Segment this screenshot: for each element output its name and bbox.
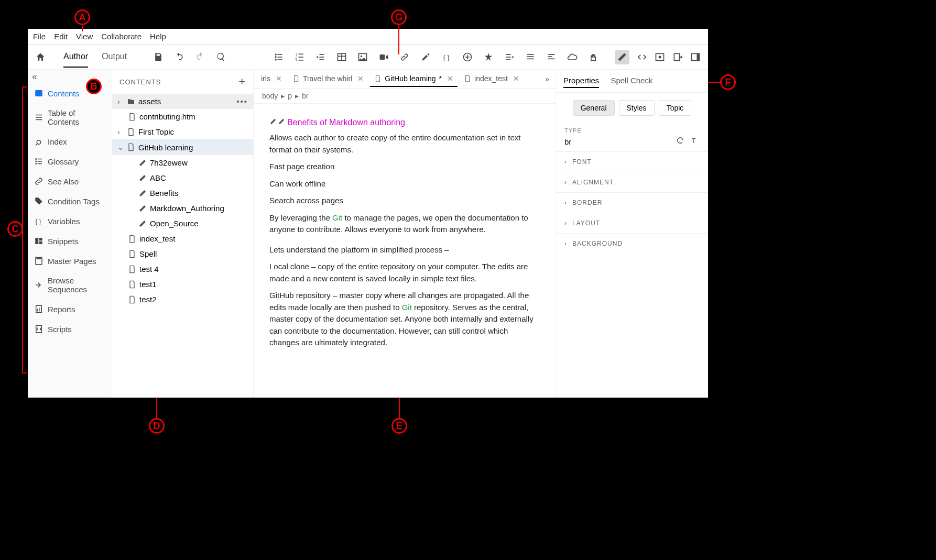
tree-file[interactable]: ABC [112, 170, 253, 185]
outdent-icon[interactable] [315, 52, 326, 62]
left-item-glossary[interactable]: Glossary [28, 151, 112, 171]
undo-icon[interactable] [174, 52, 184, 62]
callout-e: E [391, 418, 407, 434]
align-icon[interactable] [546, 52, 557, 62]
tree-file[interactable]: Open_Source [112, 216, 253, 231]
tree-file[interactable]: 7h32ewew [112, 155, 253, 170]
close-tab-icon[interactable]: ✕ [357, 74, 364, 83]
tab-indextest[interactable]: index_test✕ [460, 71, 524, 87]
section-border[interactable]: ›BORDER [556, 192, 708, 213]
justify-icon[interactable] [525, 52, 536, 62]
close-tab-icon[interactable]: ✕ [447, 74, 453, 83]
mode-author[interactable]: Author [63, 47, 88, 68]
rtab-spellcheck[interactable]: Spell Check [611, 74, 652, 88]
home-icon[interactable] [35, 52, 46, 62]
left-item-browse[interactable]: Browse Sequences [28, 271, 112, 299]
panel-toggle-icon[interactable] [690, 52, 701, 62]
preview-icon[interactable] [655, 52, 665, 62]
svg-point-4 [275, 59, 277, 60]
tree-file[interactable]: test1 [112, 277, 253, 292]
save-icon[interactable] [153, 52, 164, 62]
menu-edit[interactable]: Edit [54, 32, 68, 41]
tree-file[interactable]: Markdown_Authoring [112, 201, 253, 216]
left-item-snippets[interactable]: Snippets [28, 231, 112, 251]
tree-label: Open_Source [150, 219, 199, 228]
refresh-icon[interactable] [676, 136, 685, 147]
tree-label: Markdown_Authoring [150, 204, 224, 213]
left-item-variables[interactable]: { }Variables [28, 211, 112, 231]
tree-file[interactable]: test 4 [112, 261, 253, 277]
link-icon[interactable] [399, 52, 410, 62]
left-item-master[interactable]: Master Pages [28, 251, 112, 271]
more-icon[interactable]: ••• [236, 97, 248, 106]
document-content[interactable]: Benefits of Markdown authoring Allows ea… [254, 104, 556, 398]
add-icon[interactable] [462, 52, 473, 62]
author-view-icon[interactable] [615, 50, 629, 64]
crumb[interactable]: br [302, 92, 308, 100]
text-style-icon[interactable]: T [690, 136, 700, 147]
section-font[interactable]: ›FONT [556, 151, 708, 172]
numbered-list-icon[interactable]: 123 [295, 52, 305, 62]
tree-folder-assets[interactable]: ›assets ••• [112, 94, 253, 109]
cloud-icon[interactable] [567, 52, 578, 62]
git-link[interactable]: Git [402, 303, 412, 312]
topic-icon [138, 204, 147, 213]
subtab-styles[interactable]: Styles [619, 100, 655, 116]
subtab-topic[interactable]: Topic [659, 100, 692, 116]
rtab-properties[interactable]: Properties [563, 74, 599, 88]
left-item-index[interactable]: Index [28, 131, 112, 151]
tree-file-contributing[interactable]: contributing.htm [112, 109, 253, 124]
callout-c: C [7, 221, 23, 237]
variable-icon[interactable]: { } [441, 52, 452, 62]
tree-file[interactable]: test2 [112, 292, 253, 307]
git-link[interactable]: Git [332, 213, 342, 222]
bulleted-list-icon[interactable] [274, 52, 284, 62]
tab-irls[interactable]: irls✕ [257, 71, 286, 87]
highlight-icon[interactable] [420, 52, 431, 62]
section-alignment[interactable]: ›ALIGNMENT [556, 172, 708, 192]
source-view-icon[interactable] [637, 52, 647, 62]
section-background[interactable]: ›BACKGROUND [556, 233, 708, 254]
menu-help[interactable]: Help [150, 32, 166, 41]
doc-title: Benefits of Markdown authoring [287, 118, 405, 127]
left-item-scripts[interactable]: Scripts [28, 319, 112, 339]
add-content-icon[interactable]: + [238, 75, 246, 89]
menu-collaborate[interactable]: Collaborate [101, 32, 142, 41]
tree-file[interactable]: Spell [112, 246, 253, 261]
tree-folder-firsttopic[interactable]: ›First Topic [112, 124, 253, 139]
more-tabs-icon[interactable]: » [542, 72, 552, 86]
indent-icon[interactable] [504, 52, 515, 62]
left-item-reports[interactable]: Reports [28, 299, 112, 319]
crumb[interactable]: p [288, 92, 292, 100]
close-tab-icon[interactable]: ✕ [276, 74, 282, 83]
left-item-seealso[interactable]: See Also [28, 171, 112, 191]
svg-point-0 [275, 53, 277, 55]
mode-output[interactable]: Output [102, 47, 127, 68]
video-icon[interactable] [378, 52, 389, 62]
tree-label: GitHub learning [138, 143, 193, 152]
subtab-general[interactable]: General [573, 100, 615, 116]
image-icon[interactable] [357, 52, 368, 62]
svg-rect-45 [35, 238, 38, 244]
callout-b: B [86, 79, 102, 94]
close-tab-icon[interactable]: ✕ [513, 74, 519, 83]
redo-icon[interactable] [195, 52, 205, 62]
left-item-toc[interactable]: Table of Contents [28, 103, 112, 131]
tree-file[interactable]: Benefits [112, 185, 253, 201]
lock-link-icon[interactable] [588, 52, 598, 62]
tree-file[interactable]: index_test [112, 231, 253, 246]
svg-rect-28 [527, 58, 534, 59]
callout-g: G [391, 9, 407, 25]
crumb[interactable]: body [262, 92, 278, 100]
export-icon[interactable] [672, 52, 683, 62]
left-item-condtags[interactable]: Condition Tags [28, 191, 112, 211]
menu-view[interactable]: View [76, 32, 93, 41]
section-layout[interactable]: ›LAYOUT [556, 213, 708, 233]
tab-github[interactable]: GitHub learning*✕ [370, 71, 458, 87]
find-replace-icon[interactable] [216, 52, 226, 62]
star-icon[interactable] [483, 52, 494, 62]
menu-file[interactable]: File [33, 32, 46, 41]
table-icon[interactable] [336, 52, 347, 62]
tab-travel[interactable]: Travel the whirl✕ [288, 71, 368, 87]
tree-folder-github[interactable]: ⌄GitHub learning [112, 139, 253, 155]
